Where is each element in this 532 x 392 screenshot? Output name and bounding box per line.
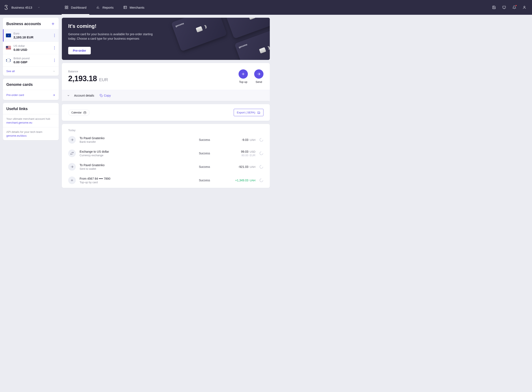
save-icon bbox=[257, 111, 260, 114]
spinner-icon bbox=[259, 165, 263, 169]
cards-header: Genome cards bbox=[3, 79, 59, 90]
exchange-icon bbox=[68, 149, 76, 157]
svg-point-16 bbox=[54, 35, 55, 36]
svg-rect-31 bbox=[84, 112, 86, 113]
filters-card: Calendar Export (.SEPA) bbox=[62, 104, 270, 121]
svg-point-22 bbox=[54, 60, 55, 61]
expand-details-button[interactable] bbox=[67, 94, 70, 97]
preorder-button[interactable]: Pre-order bbox=[68, 47, 91, 54]
flag-eu-icon bbox=[6, 33, 11, 37]
wallet-switcher[interactable]: Business 4513 bbox=[4, 5, 59, 10]
svg-point-23 bbox=[54, 61, 55, 62]
preorder-card-link[interactable]: Pre-order card bbox=[3, 90, 59, 100]
tx-currency: USD bbox=[250, 150, 256, 153]
export-button[interactable]: Export (.SEPA) bbox=[234, 109, 263, 116]
balance-currency: EUR bbox=[99, 77, 108, 82]
tx-amount-secondary: 80.00 bbox=[242, 154, 248, 157]
tx-title: From 4567 84 •••• 7890 bbox=[80, 177, 195, 180]
genome-cards-card: Genome cards Pre-order card bbox=[3, 79, 59, 100]
account-menu-button[interactable] bbox=[53, 33, 56, 38]
spinner-icon bbox=[259, 138, 263, 142]
flag-gb-icon bbox=[6, 58, 11, 62]
account-balance: 0.00 GBP bbox=[14, 60, 51, 64]
link-url[interactable]: genome.eu/docs bbox=[6, 134, 55, 137]
copy-label: Copy bbox=[104, 94, 111, 97]
useful-links-card: Useful links Your ultimate merchant acco… bbox=[3, 103, 59, 140]
useful-link-docs: API details for your tech team genome.eu… bbox=[3, 127, 59, 140]
save-icon[interactable] bbox=[492, 5, 496, 9]
topup-button[interactable]: Top up bbox=[238, 69, 248, 84]
svg-point-21 bbox=[54, 59, 55, 60]
tx-currency: UAH bbox=[250, 165, 256, 168]
tx-status: Success bbox=[199, 165, 220, 168]
banner-body: Genome card for your business is availab… bbox=[68, 32, 159, 41]
balance-amount: 2,193.18 bbox=[68, 74, 97, 83]
notifications-icon[interactable] bbox=[512, 5, 516, 9]
flag-us-icon bbox=[6, 46, 11, 50]
transaction-row[interactable]: To Pavel Gnatenko Bank transfer Success … bbox=[62, 133, 270, 147]
merchants-icon bbox=[123, 5, 127, 9]
profile-icon[interactable] bbox=[522, 5, 527, 9]
sidebar: Business accounts Euro 2,193.18 EUR bbox=[3, 18, 59, 140]
link-desc: API details for your tech team bbox=[6, 130, 55, 134]
nav-dashboard[interactable]: Dashboard bbox=[62, 0, 89, 15]
tx-title: To Pavel Gnatenko bbox=[80, 163, 195, 167]
account-item-gbp[interactable]: British pound 0.00 GBP bbox=[3, 54, 59, 66]
cards-title: Genome cards bbox=[6, 82, 33, 87]
link-url[interactable]: merchant.genome.eu bbox=[6, 121, 55, 124]
svg-rect-7 bbox=[124, 6, 127, 9]
calendar-icon bbox=[83, 111, 86, 114]
tx-amount: +1,349.03 bbox=[235, 179, 248, 182]
calendar-filter[interactable]: Calendar bbox=[68, 109, 90, 116]
plus-icon bbox=[68, 177, 76, 184]
account-name: US dollar bbox=[14, 44, 51, 47]
svg-rect-1 bbox=[67, 6, 68, 7]
accounts-card: Business accounts Euro 2,193.18 EUR bbox=[3, 18, 59, 76]
notification-dot bbox=[515, 5, 517, 6]
copy-details-button[interactable]: Copy bbox=[100, 94, 111, 97]
nav-merchants-label: Merchants bbox=[130, 6, 144, 9]
topup-label: Top up bbox=[239, 80, 247, 84]
arrow-right-icon bbox=[68, 163, 76, 171]
plus-icon bbox=[238, 69, 248, 79]
banner-illustration: genome VISA Business ))) genome VISA Bus… bbox=[166, 18, 270, 60]
transaction-row[interactable]: To Pavel Gnatenko Sent to wallet Success… bbox=[62, 160, 270, 173]
send-button[interactable]: Send bbox=[254, 69, 263, 84]
tx-sub: Currency exchange bbox=[80, 154, 195, 157]
see-all-link[interactable]: See all bbox=[3, 66, 59, 76]
top-nav: Business 4513 Dashboard Reports Merchant… bbox=[0, 0, 532, 15]
svg-rect-30 bbox=[101, 95, 102, 97]
add-account-button[interactable] bbox=[51, 22, 55, 26]
arrow-right-icon bbox=[68, 136, 76, 144]
link-desc: Your ultimate merchant account hub bbox=[6, 117, 55, 120]
account-item-usd[interactable]: US dollar 0.00 USD bbox=[3, 42, 59, 54]
main-content: It's coming! Genome card for your busine… bbox=[62, 18, 270, 188]
transactions-card: Today To Pavel Gnatenko Bank transfer Su… bbox=[62, 124, 270, 188]
wallet-name: Business 4513 bbox=[11, 6, 32, 9]
tx-amount: -921.03 bbox=[238, 165, 248, 168]
account-menu-button[interactable] bbox=[53, 58, 56, 63]
transaction-row[interactable]: Exchange to US dollar Currency exchange … bbox=[62, 147, 270, 160]
accounts-header: Business accounts bbox=[3, 18, 59, 29]
account-item-euro[interactable]: Euro 2,193.18 EUR bbox=[3, 29, 59, 42]
arrow-right-icon bbox=[254, 69, 263, 79]
nav-items: Dashboard Reports Merchants bbox=[62, 0, 147, 15]
nav-merchants[interactable]: Merchants bbox=[120, 0, 147, 15]
tx-currency: UAH bbox=[250, 138, 256, 141]
account-name: Euro bbox=[14, 32, 51, 35]
svg-point-19 bbox=[54, 48, 55, 48]
tx-currency: UAH bbox=[250, 179, 256, 182]
account-balance: 0.00 USD bbox=[14, 48, 51, 51]
nav-dashboard-label: Dashboard bbox=[71, 6, 86, 9]
display-icon[interactable] bbox=[502, 5, 506, 9]
preorder-banner: It's coming! Genome card for your busine… bbox=[62, 18, 270, 60]
tx-sub: Sent to wallet bbox=[80, 167, 195, 170]
nav-reports[interactable]: Reports bbox=[93, 0, 117, 15]
transaction-row[interactable]: From 4567 84 •••• 7890 Top-up by card Su… bbox=[62, 173, 270, 187]
tx-sub: Bank transfer bbox=[80, 140, 195, 143]
useful-link-merchant: Your ultimate merchant account hub merch… bbox=[3, 114, 59, 127]
chevron-down-icon bbox=[53, 70, 55, 73]
accounts-title: Business accounts bbox=[6, 22, 41, 26]
preorder-label: Pre-order card bbox=[6, 93, 24, 97]
account-menu-button[interactable] bbox=[53, 45, 56, 50]
